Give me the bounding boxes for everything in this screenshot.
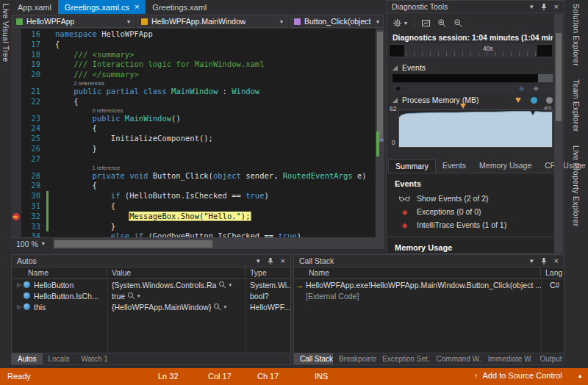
window-position-icon[interactable]: ▾ — [530, 4, 534, 10]
tab-locals[interactable]: Locals — [43, 353, 76, 364]
glyph-margin-cell[interactable] — [11, 201, 21, 212]
code-line[interactable]: →32 MessageBox.Show("Hello."); — [11, 212, 376, 222]
code-line[interactable]: 20 /// </summary> — [11, 70, 376, 80]
glyph-margin-cell[interactable] — [11, 154, 21, 165]
tab-command-w-[interactable]: Command W... — [431, 353, 482, 364]
glyph-margin-cell[interactable] — [11, 191, 21, 201]
code-line[interactable]: 30 if (HelloButton.IsChecked == true) — [11, 191, 376, 201]
autos-grid[interactable]: ▷HelloButton{System.Windows.Controls.Ra▾… — [12, 279, 290, 353]
caret-up-icon[interactable]: ▴ — [578, 372, 582, 379]
diag-tab-cpu-usage[interactable]: CPU Usage — [538, 159, 588, 173]
add-to-source-control-button[interactable]: ↑ Add to Source Control — [474, 371, 562, 380]
glyph-margin-cell[interactable] — [11, 97, 21, 107]
event-marker-icon[interactable]: ◆ — [395, 84, 401, 93]
glyph-margin-cell[interactable] — [11, 171, 21, 181]
column-header-value[interactable]: Value — [107, 267, 245, 278]
column-header-name[interactable]: Name — [294, 267, 541, 278]
visualizer-dropdown-icon[interactable]: ▾ — [229, 282, 232, 288]
column-header-type[interactable]: Type — [245, 267, 290, 278]
code-line[interactable]: 19 /// Interaction logic for MainWindow.… — [11, 60, 376, 70]
codelens-label[interactable]: 0 references — [51, 107, 376, 114]
zoom-out-icon[interactable] — [453, 18, 463, 28]
code-line[interactable]: 31 { — [11, 201, 376, 212]
doc-tab[interactable]: App.xaml — [11, 0, 58, 14]
glyph-margin-cell[interactable] — [11, 165, 21, 171]
side-tab-live-property-explorer[interactable]: Live Property Explorer — [572, 145, 581, 226]
code-line[interactable]: 23 public MainWindow() — [11, 114, 376, 124]
tab-output[interactable]: Output — [534, 353, 564, 364]
zoom-in-icon[interactable] — [437, 18, 447, 28]
glyph-margin-cell[interactable] — [11, 222, 21, 232]
side-tab-team-explorer[interactable]: Team Explorer — [572, 79, 581, 132]
callstack-row[interactable]: [External Code] — [294, 290, 564, 301]
autos-row[interactable]: ▷HelloButton{System.Windows.Controls.Ra▾… — [12, 279, 290, 290]
event-marker-icon[interactable]: ◆ — [534, 84, 539, 93]
tab-immediate-w-[interactable]: Immediate W... — [482, 353, 534, 364]
scrollbar-thumb[interactable] — [377, 32, 383, 142]
diagnostics-scrollbar[interactable] — [554, 14, 563, 253]
diag-tab-memory-usage[interactable]: Memory Usage — [473, 159, 538, 173]
glyph-margin-cell[interactable]: → — [11, 212, 21, 222]
memory-lane-header[interactable]: Process Memory (MB) — [392, 95, 553, 105]
magnifier-icon[interactable] — [218, 281, 226, 289]
pin-icon[interactable] — [540, 3, 548, 11]
diag-tab-summary[interactable]: Summary — [388, 159, 436, 173]
type-dropdown[interactable]: HelloWPFApp.MainWindow ▾ — [137, 15, 287, 28]
scrollbar-thumb[interactable] — [54, 240, 212, 248]
glyph-margin-cell[interactable] — [11, 134, 21, 144]
code-line[interactable]: 22 { — [11, 97, 376, 107]
autos-row[interactable]: HelloButton.IsCh...true▾bool? — [12, 290, 290, 301]
editor-horizontal-scrollbar[interactable] — [53, 238, 384, 249]
code-line[interactable]: 33 } — [11, 222, 376, 232]
code-line[interactable]: 27 — [11, 154, 376, 165]
expander-icon[interactable]: ▷ — [15, 304, 24, 310]
tab-watch-1[interactable]: Watch 1 — [75, 353, 113, 364]
glyph-margin-cell[interactable] — [11, 29, 21, 40]
close-icon[interactable]: × — [281, 257, 285, 265]
events-lane-header[interactable]: Events — [392, 62, 553, 73]
timeline-chart-icon[interactable] — [421, 18, 431, 28]
expander-icon[interactable]: ▷ — [15, 282, 24, 288]
summary-event-item[interactable]: Show Events (2 of 2) — [387, 192, 554, 205]
tab-autos[interactable]: Autos — [12, 353, 43, 364]
code-line[interactable]: 18 /// <summary> — [11, 50, 376, 60]
code-line[interactable]: 24 { — [11, 123, 376, 134]
summary-event-item[interactable]: ◆IntelliTrace Events (1 of 1) — [387, 218, 554, 231]
event-marker-icon[interactable]: ◆ — [519, 84, 524, 93]
window-position-icon[interactable]: ▾ — [530, 258, 534, 265]
column-header-name[interactable]: Name — [12, 267, 107, 278]
callstack-row[interactable]: →HelloWPFApp.exe!HelloWPFApp.MainWindow.… — [294, 279, 564, 290]
tab-call-stack[interactable]: Call Stack — [294, 353, 333, 364]
code-line[interactable]: 28 private void Button_Click(object send… — [11, 171, 376, 181]
close-icon[interactable]: × — [554, 3, 559, 11]
glyph-margin-cell[interactable] — [11, 70, 21, 80]
filter-marker-icon[interactable] — [531, 97, 537, 104]
zoom-control[interactable]: 100 % ▾ — [11, 240, 50, 248]
glyph-margin-cell[interactable] — [11, 144, 21, 154]
call-stack-grid[interactable]: →HelloWPFApp.exe!HelloWPFApp.MainWindow.… — [294, 279, 564, 353]
timeline-ruler[interactable]: 40s — [389, 43, 553, 58]
tab-exception-set-[interactable]: Exception Set... — [376, 353, 430, 364]
code-line[interactable]: 16namespace HelloWPFApp — [11, 29, 376, 40]
magnifier-icon[interactable] — [213, 303, 221, 311]
code-line[interactable]: 29 { — [11, 181, 376, 191]
code-line[interactable]: 26 } — [11, 144, 376, 154]
glyph-margin-cell[interactable] — [11, 114, 21, 124]
summary-event-item[interactable]: ◆Exceptions (0 of 0) — [387, 205, 554, 218]
member-dropdown[interactable]: Button_Click(object sender, Rou ▾ — [290, 15, 384, 28]
snapshot-marker-icon[interactable] — [546, 97, 553, 104]
autos-row[interactable]: ▷this{HelloWPFApp.MainWindow}▾HelloWPF..… — [12, 301, 290, 312]
scrollbar-thumb[interactable] — [556, 33, 562, 121]
diag-tab-events[interactable]: Events — [436, 159, 473, 173]
code-line[interactable]: 21 public partial class MainWindow : Win… — [11, 87, 376, 97]
glyph-margin-cell[interactable] — [11, 231, 21, 237]
process-memory-chart[interactable] — [398, 109, 553, 148]
doc-tab[interactable]: Greetings.xaml.cs× — [58, 0, 146, 14]
column-header-lang[interactable]: Lang — [541, 267, 564, 278]
select-tools-button[interactable]: ▾ — [392, 18, 407, 28]
glyph-margin-cell[interactable] — [11, 50, 21, 60]
events-swimlane[interactable] — [392, 74, 553, 82]
glyph-margin-cell[interactable] — [11, 181, 21, 191]
side-tab-solution-explorer[interactable]: Solution Explorer — [572, 4, 581, 66]
codelens-label[interactable]: 1 reference — [51, 165, 376, 171]
